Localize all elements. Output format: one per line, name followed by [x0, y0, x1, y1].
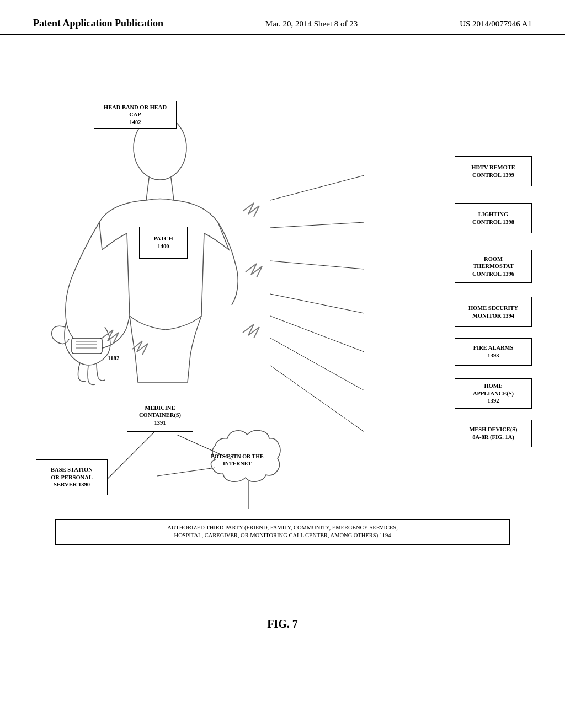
lighting-box: LIGHTING CONTROL 1398 — [455, 203, 532, 233]
medicine-box: MEDICINE CONTAINER(S) 1391 — [127, 399, 193, 432]
svg-line-2 — [171, 178, 174, 200]
base-station-box: BASE STATION OR PERSONAL SERVER 1390 — [36, 459, 108, 495]
svg-line-11 — [270, 294, 364, 313]
svg-line-17 — [108, 432, 154, 479]
page-header: Patent Application Publication Mar. 20, … — [0, 0, 565, 35]
home-appliance-box: HOME APPLIANCE(S) 1392 — [455, 378, 532, 409]
home-security-box: HOME SECURITY MONITOR 1394 — [455, 297, 532, 327]
head-band-box: HEAD BAND OR HEAD CAP 1402 — [94, 101, 177, 129]
publication-label: Patent Application Publication — [33, 18, 163, 29]
svg-line-15 — [157, 468, 215, 476]
authorized-box: AUTHORIZED THIRD PARTY (FRIEND, FAMILY, … — [55, 519, 510, 545]
figure-label: FIG. 7 — [267, 618, 298, 630]
wrist-id-label: 1182 — [108, 355, 119, 361]
pots-label: POTS/PSTN OR THE INTERNET — [201, 453, 273, 467]
patch-box: PATCH 1400 — [139, 227, 188, 259]
room-thermostat-box: ROOM THERMOSTAT CONTROL 1396 — [455, 250, 532, 283]
svg-line-14 — [270, 366, 364, 432]
svg-line-9 — [270, 222, 364, 228]
fire-alarms-box: FIRE ALARMS 1393 — [455, 338, 532, 366]
svg-line-12 — [270, 316, 364, 352]
svg-line-13 — [270, 338, 364, 390]
diagram-area: HEAD BAND OR HEAD CAP 1402 PATCH 1400 11… — [0, 40, 565, 647]
patent-number-label: US 2014/0077946 A1 — [460, 19, 532, 29]
hdtv-box: HDTV REMOTE CONTROL 1399 — [455, 156, 532, 186]
svg-line-1 — [146, 178, 149, 200]
mesh-devices-box: MESH DEVICE(S) 8A-8R (FIG. 1A) — [455, 420, 532, 447]
svg-line-10 — [270, 261, 364, 269]
date-sheet-label: Mar. 20, 2014 Sheet 8 of 23 — [265, 19, 358, 29]
svg-line-8 — [270, 175, 364, 200]
svg-rect-3 — [72, 338, 102, 354]
